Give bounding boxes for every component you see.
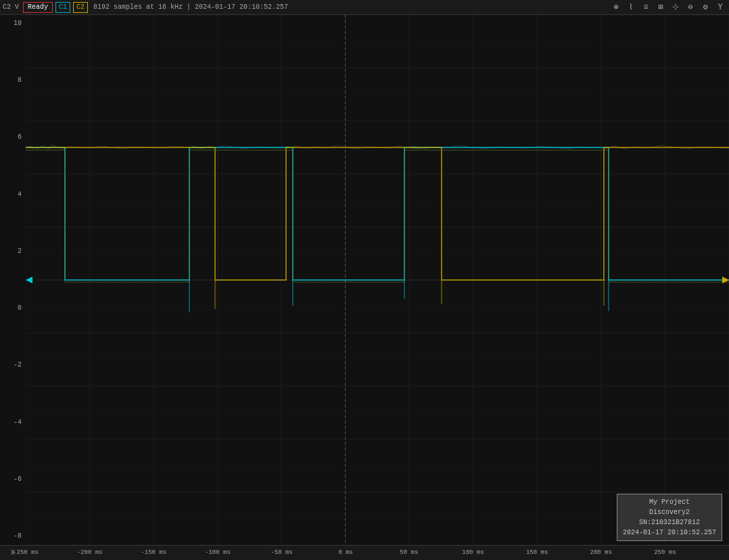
y-label-neg2: -2 — [1, 362, 24, 369]
y-label-10: 10 — [1, 20, 24, 27]
time-labels: -250 ms-200 ms-150 ms-100 ms-50 ms0 ms50… — [26, 545, 729, 560]
y-label-neg4: -4 — [1, 419, 24, 426]
toolbar: C2 V Ready C1 C2 8192 samples at 16 kHz … — [0, 0, 729, 15]
timestamp: 2024-01-17 20:10:52.257 — [623, 528, 716, 538]
c1-badge[interactable]: C1 — [55, 2, 70, 13]
time-label: -50 ms — [271, 549, 292, 556]
scope-area[interactable] — [26, 15, 729, 545]
ready-badge[interactable]: Ready — [23, 2, 53, 13]
time-label: -100 ms — [205, 549, 231, 556]
y-label-2: 2 — [1, 248, 24, 255]
y-label-0: 0 — [1, 305, 24, 312]
cursor-icon[interactable]: ⊹ — [669, 1, 682, 14]
device-info-box: My Project Discovery2 SN:210321B27812 20… — [617, 494, 722, 541]
serial-number: SN:210321B27812 — [623, 517, 716, 528]
y-label-neg6: -6 — [1, 476, 24, 483]
time-axis: X -250 ms-200 ms-150 ms-100 ms-50 ms0 ms… — [0, 545, 729, 560]
grid-icon[interactable]: ⊞ — [655, 1, 667, 14]
time-label: 50 ms — [400, 549, 418, 556]
save-icon[interactable]: Y — [714, 1, 726, 14]
y-label-8: 8 — [1, 77, 24, 84]
settings-icon[interactable]: ⚙ — [699, 1, 711, 14]
time-label: -150 ms — [141, 549, 166, 556]
zoom-out-icon[interactable]: ⊖ — [684, 1, 697, 14]
waveform-svg — [26, 15, 729, 545]
y-label-6: 6 — [1, 134, 24, 141]
c2-badge[interactable]: C2 — [73, 2, 88, 13]
y-label-neg8: -8 — [1, 533, 24, 540]
time-label: 100 ms — [462, 549, 484, 556]
sample-info: 8192 samples at 16 kHz | 2024-01-17 20:1… — [93, 3, 288, 11]
time-label: 0 ms — [338, 549, 353, 556]
measure-icon[interactable]: ≡ — [640, 1, 652, 14]
time-label: 200 ms — [590, 549, 612, 556]
channel-c2v-label: C2 V — [3, 3, 19, 11]
time-label: -250 ms — [13, 549, 39, 556]
time-label: 150 ms — [526, 549, 548, 556]
time-label: -200 ms — [77, 549, 103, 556]
time-label: 250 ms — [654, 549, 676, 556]
device-name: Discovery2 — [623, 507, 716, 517]
scope-container: 1086420-2-4-6-8 ▼ — [0, 15, 729, 545]
project-name: My Project — [623, 497, 716, 507]
waveform-icon[interactable]: ⌇ — [625, 1, 637, 14]
y-axis: 1086420-2-4-6-8 — [0, 15, 26, 545]
zoom-in-icon[interactable]: ⊕ — [610, 1, 622, 14]
y-label-4: 4 — [1, 191, 24, 198]
